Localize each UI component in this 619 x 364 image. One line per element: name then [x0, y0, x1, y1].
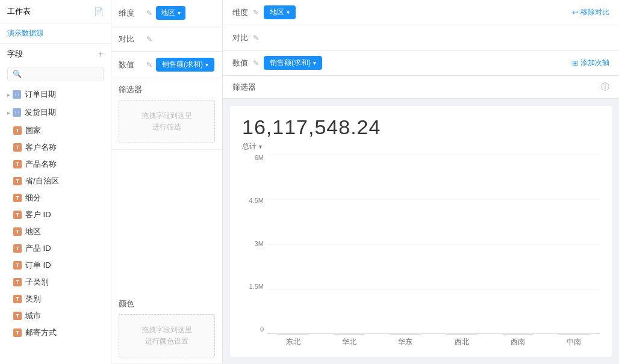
color-section: 颜色 拖拽字段到这里 进行颜色设置	[111, 292, 222, 364]
dim-tag[interactable]: 地区 ▾	[264, 5, 296, 19]
field-item-customer-name[interactable]: T 客户名称	[0, 139, 111, 156]
type-T-icon: T	[13, 227, 22, 236]
info-icon[interactable]: ⓘ	[601, 82, 609, 93]
field-item-province[interactable]: T 省/自治区	[0, 173, 111, 190]
grid-lines	[267, 154, 600, 335]
val-row: 数值 ✎ 销售额(求和) ▾	[232, 56, 322, 70]
datasource-link[interactable]: 演示数据源	[0, 23, 111, 44]
sidebar: 工作表 📄 演示数据源 字段 + 🔍 ▸ □ 订单日期 ▸	[0, 0, 111, 364]
type-T-icon: T	[13, 143, 22, 152]
type-T-icon: T	[13, 295, 22, 303]
field-item-segment[interactable]: T 细分	[0, 190, 111, 206]
subtitle-arrow-icon: ▾	[259, 143, 262, 150]
group-name: 发货日期	[25, 107, 56, 118]
field-item-subcategory[interactable]: T 子类别	[0, 274, 111, 291]
field-item-country[interactable]: T 国家	[0, 122, 111, 139]
field-item-customer-id[interactable]: T 客户 ID	[0, 206, 111, 223]
val-label: 数值	[232, 58, 248, 69]
dimension-bar: 维度 ✎ 地区 ▾ ↩ 移除对比	[223, 0, 619, 25]
type-T-icon: T	[13, 160, 22, 168]
add-axis-btn[interactable]: ⊞ 添加次轴	[572, 58, 609, 68]
filter-bar-label: 筛选器	[232, 82, 256, 93]
type-T-icon: T	[13, 244, 22, 253]
field-item-category[interactable]: T 类别	[0, 291, 111, 307]
y-label-4-5m: 4.5M	[249, 197, 264, 204]
filter-bar: 筛选器 ⓘ	[223, 76, 619, 99]
field-group-ship-date: ▸ □ 发货日期	[0, 104, 111, 121]
add-field-icon[interactable]: +	[98, 49, 104, 60]
value-row: 数值 ✎ 销售额(求和) ▾	[111, 52, 222, 78]
x-label-huadong: 华东	[380, 337, 431, 347]
dim-row: 维度 ✎ 地区 ▾	[232, 5, 296, 19]
arrow-down-icon: ▾	[313, 60, 316, 66]
field-item-order-id[interactable]: T 订单 ID	[0, 257, 111, 274]
chart-wrapper: 6M 4.5M 3M 1.5M 0	[242, 154, 600, 347]
field-item-product-name[interactable]: T 产品名称	[0, 156, 111, 173]
y-label-0: 0	[260, 325, 264, 333]
search-input[interactable]	[24, 70, 98, 78]
dimension-label: 维度	[119, 8, 143, 19]
compare-label2: 对比	[232, 32, 248, 43]
val-edit-icon[interactable]: ✎	[253, 59, 259, 67]
value-tag[interactable]: 销售额(求和) ▾	[156, 58, 214, 72]
field-group-ship-date-header[interactable]: ▸ □ 发货日期	[0, 104, 111, 121]
remove-compare-btn[interactable]: ↩ 移除对比	[572, 7, 609, 17]
type-T-icon: T	[13, 312, 22, 320]
dimension-edit-icon[interactable]: ✎	[146, 9, 152, 17]
compare-row-inner: 对比 ✎	[232, 32, 259, 43]
y-label-1-5m: 1.5M	[249, 283, 264, 290]
value-edit-icon[interactable]: ✎	[146, 61, 152, 69]
dim-edit-icon[interactable]: ✎	[253, 8, 259, 17]
fields-header: 字段 +	[0, 44, 111, 64]
bar-group-huadong	[380, 334, 431, 335]
dim-label: 维度	[232, 7, 248, 18]
x-label-xinan: 西南	[492, 337, 543, 347]
add-axis-icon: ⊞	[572, 59, 578, 67]
right-panel: 维度 ✎ 地区 ▾ ↩ 移除对比 对比 ✎ 数值 ✎	[223, 0, 619, 364]
arrow-down-icon: ▾	[178, 10, 181, 16]
search-icon: 🔍	[13, 70, 22, 78]
bar-group-huabei	[323, 334, 375, 335]
x-label-huabei: 华北	[323, 337, 375, 347]
compare-edit-icon[interactable]: ✎	[146, 35, 152, 43]
color-label: 颜色	[119, 298, 215, 309]
type-T-icon: T	[13, 278, 22, 286]
type-T-icon: T	[13, 261, 22, 270]
arrow-icon: ▸	[7, 110, 10, 116]
compare-edit-icon2[interactable]: ✎	[253, 34, 259, 42]
chart-area: 16,117,548.24 总计 ▾ 6M 4.5M 3M 1.5M 0	[230, 106, 612, 357]
value-label: 数值	[119, 60, 143, 70]
bar-group-dongbei	[267, 334, 319, 335]
compare-row: 对比 ✎	[111, 26, 222, 52]
field-item-city[interactable]: T 城市	[0, 307, 111, 324]
config-panel: 维度 ✎ 地区 ▾ 对比 ✎ 数值 ✎ 销售额(求和) ▾ 筛选器	[111, 0, 223, 364]
arrow-icon: ▸	[7, 91, 10, 98]
y-axis: 6M 4.5M 3M 1.5M 0	[242, 154, 267, 347]
field-item-region[interactable]: T 地区	[0, 223, 111, 240]
chart-total: 16,117,548.24	[242, 116, 600, 139]
arrow-down-icon: ▾	[205, 61, 208, 68]
x-label-xibei: 西北	[436, 337, 487, 347]
field-group-order-date-header[interactable]: ▸ □ 订单日期	[0, 86, 111, 103]
field-item-ship-mode[interactable]: T 邮寄方式	[0, 324, 111, 341]
dimension-tag[interactable]: 地区 ▾	[156, 6, 185, 20]
field-item-product-id[interactable]: T 产品 ID	[0, 240, 111, 257]
dimension-row: 维度 ✎ 地区 ▾	[111, 0, 222, 26]
search-box: 🔍	[7, 67, 104, 81]
x-label-dongbei: 东北	[267, 337, 319, 347]
filter-section: 筛选器 拖拽字段到这里 进行筛选	[111, 78, 222, 150]
val-tag2[interactable]: 销售额(求和) ▾	[264, 56, 322, 70]
arrow-down-icon: ▾	[287, 9, 290, 16]
type-T-icon: T	[13, 126, 22, 135]
bar-group-xibei	[436, 334, 487, 335]
bar-group-zhongnan	[549, 334, 600, 335]
y-label-6m: 6M	[255, 154, 264, 161]
color-drop-zone: 拖拽字段到这里 进行颜色设置	[119, 314, 215, 357]
filter-drop-zone: 拖拽字段到这里 进行筛选	[119, 100, 215, 143]
bars-container	[267, 154, 600, 335]
bar-group-xinan	[492, 334, 543, 335]
compare-label: 对比	[119, 34, 143, 45]
chart-subtitle[interactable]: 总计 ▾	[242, 141, 600, 152]
bars-section: 东北 华北 华东 西北 西南 中南	[267, 154, 600, 347]
group-name: 订单日期	[25, 89, 56, 100]
